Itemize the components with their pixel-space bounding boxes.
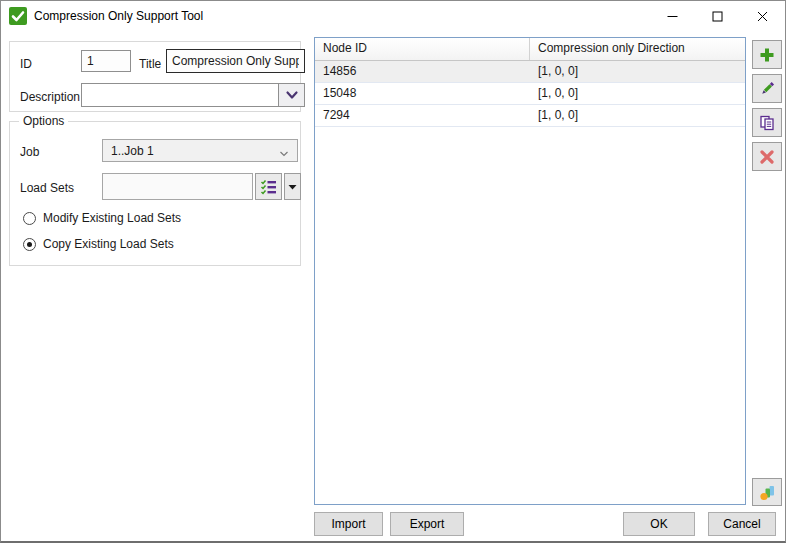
title-label: Title (139, 57, 161, 71)
colorize-entities-icon (759, 484, 776, 501)
close-button[interactable] (740, 1, 785, 31)
radio-copy-label: Copy Existing Load Sets (43, 237, 174, 251)
cell-direction: [1, 0, 0] (530, 105, 745, 126)
title-field[interactable] (166, 49, 305, 73)
cancel-button[interactable]: Cancel (708, 512, 776, 536)
job-combobox[interactable]: 1..Job 1 (102, 139, 298, 162)
copy-row-button[interactable] (752, 108, 782, 137)
chevron-down-icon (279, 147, 289, 161)
load-sets-label: Load Sets (20, 181, 74, 195)
cell-node-id: 15048 (315, 83, 530, 104)
dropdown-arrow-icon (288, 184, 297, 190)
job-value: 1..Job 1 (111, 144, 154, 158)
minimize-button[interactable] (650, 1, 695, 31)
options-group-label: Options (19, 114, 68, 128)
table-header-row: Node ID Compression only Direction (315, 38, 745, 61)
job-label: Job (20, 145, 39, 159)
add-row-button[interactable] (752, 40, 782, 69)
table-row[interactable]: 14856 [1, 0, 0] (315, 61, 745, 83)
radio-circle-icon[interactable] (23, 212, 36, 225)
close-icon (757, 11, 768, 22)
description-dropdown-button[interactable] (278, 84, 304, 106)
title-bar: Compression Only Support Tool (1, 1, 785, 32)
delete-icon (759, 149, 775, 165)
window-title: Compression Only Support Tool (34, 9, 203, 23)
maximize-icon (712, 11, 723, 22)
load-sets-dropdown-button[interactable] (284, 173, 301, 200)
load-sets-picker-button[interactable] (255, 173, 282, 200)
delete-row-button[interactable] (752, 142, 782, 171)
description-combobox[interactable] (81, 83, 305, 107)
cell-node-id: 14856 (315, 61, 530, 82)
column-header-direction[interactable]: Compression only Direction (530, 38, 745, 60)
dialog-window: Compression Only Support Tool ID Title D… (0, 0, 786, 543)
edit-row-button[interactable] (752, 74, 782, 103)
copy-icon (759, 115, 775, 131)
radio-copy-load-sets[interactable]: Copy Existing Load Sets (23, 237, 174, 251)
column-header-node-id[interactable]: Node ID (315, 38, 530, 60)
ok-button[interactable]: OK (623, 512, 695, 536)
import-button[interactable]: Import (314, 512, 383, 536)
export-button[interactable]: Export (390, 512, 464, 536)
table-row[interactable]: 7294 [1, 0, 0] (315, 105, 745, 127)
node-table: Node ID Compression only Direction 14856… (314, 37, 746, 505)
table-row[interactable]: 15048 [1, 0, 0] (315, 83, 745, 105)
identity-groupbox: ID Title Description (9, 41, 301, 112)
radio-modify-label: Modify Existing Load Sets (43, 211, 181, 225)
colorize-entities-button[interactable] (752, 478, 782, 506)
id-label: ID (20, 57, 32, 71)
add-icon (759, 47, 775, 63)
id-field[interactable] (81, 50, 131, 72)
cell-node-id: 7294 (315, 105, 530, 126)
chevron-down-icon (285, 89, 299, 101)
cell-direction: [1, 0, 0] (530, 83, 745, 104)
app-check-icon (9, 7, 27, 25)
load-sets-field[interactable] (102, 173, 253, 200)
maximize-button[interactable] (695, 1, 740, 31)
cell-direction: [1, 0, 0] (530, 61, 745, 82)
minimize-icon (667, 11, 678, 22)
radio-modify-load-sets[interactable]: Modify Existing Load Sets (23, 211, 181, 225)
radio-circle-icon[interactable] (23, 238, 36, 251)
options-groupbox: Options Job 1..Job 1 Load Sets M (9, 121, 301, 266)
edit-pencil-icon (759, 80, 776, 97)
checklist-icon (260, 179, 277, 195)
description-label: Description (20, 90, 80, 104)
